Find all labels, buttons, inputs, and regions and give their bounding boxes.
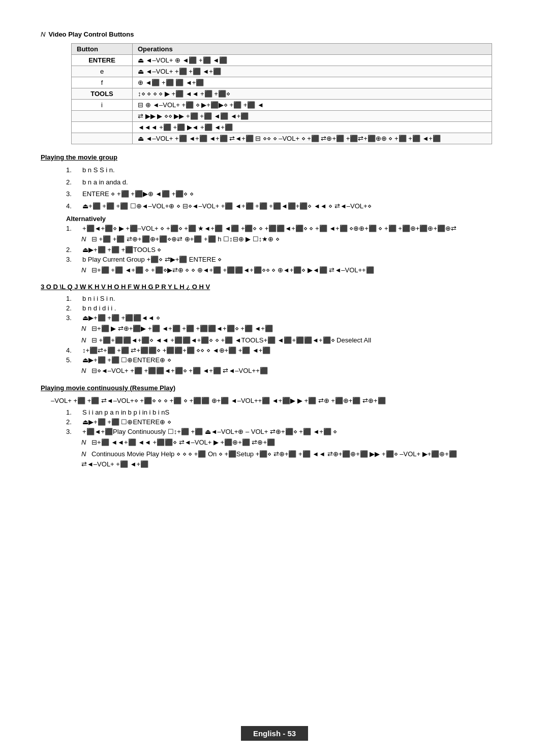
playing-group-list: 1.b n S S i n.2.b n a in anda d.3.ENTERE… xyxy=(66,165,508,211)
table-row: ◄◄◄ +⬛ +⬛ ▶◄ +⬛ ◄+⬛ xyxy=(72,122,492,133)
resume-intro: –VOL+ +⬛ +⬛ ⇄◄–VOL+⋄ +⬛⋄ ⋄ ⋄ +⬛ ⋄ +⬛⬛ ⊕+… xyxy=(51,396,508,406)
list-item: 3.ENTERE ⋄ +⬛ +⬛▶⊕ ◄⬛ +⬛⋄ ⋄ xyxy=(66,189,508,199)
page-content: N Video Play Control Buttons Button Oper… xyxy=(0,0,549,511)
note-line: N⊟ +⬛ +⬛ ⇄⊕+⬛⊕+⬛⋄⊕⇄ ⊕+⬛ +⬛ h ☐↕⊟⊕ ▶ ☐↕★⊕… xyxy=(81,234,508,244)
list-item: 2.b n a in anda d. xyxy=(66,177,508,187)
list-item: 1.S i i an p a n in b p i in i b i nS xyxy=(66,408,508,416)
list-item: 2.⏏▶+⬛ +⬛ ☐⊕ENTERE⊕ ⋄ xyxy=(66,418,508,426)
table-row: TOOLS↕⋄ ⋄ ⋄ ⋄ ▶ +⬛ ◄◄ +⬛ +⬛⋄ xyxy=(72,88,492,100)
selected-list: 1.b n i i S i n.2.b n d i d i i .3.⏏▶+⬛ … xyxy=(41,295,508,376)
table-row: ⏏ ◄–VOL+ +⬛ ◄+⬛ ◄+⬛ ⇄◄+⬛ ⊟ ⋄⋄ ⋄ –VOL+ ⋄ … xyxy=(72,133,492,144)
list-item: 4.⏏+⬛ +⬛ +⬛ ☐⊕◄–VOL+⊕ ⋄ ⊟⋄◄–VOL+ +⬛ ◄+⬛ … xyxy=(66,201,508,211)
note-line: N⊟ +⬛+⬛⬛◄+⬛⋄ ◄◄ +⬛⬛◄+⬛⋄ ⋄ +⬛ ◄TOOLS+⬛ ◄⬛… xyxy=(81,335,508,345)
list-item: 3. b Play Current Group +⬛⋄ ⇄▶+⬛ ENTERE … xyxy=(66,256,508,263)
note-line: N⊟+⬛ ◄◄+⬛ ◄◄ +⬛⬛⋄ ⇄◄–VOL+ ▶ +⬛⊕+⬛ ⇄⊕+⬛ xyxy=(81,437,508,448)
note-line: NContinuous Movie Play Help ⋄ ⋄ ⋄ +⬛ On … xyxy=(81,449,508,459)
control-table: Button Operations ENTERE⏏ ◄–VOL+ ⊕ ◄⬛ +⬛… xyxy=(71,43,492,144)
resume-list: 1.S i i an p a n in b p i in i b i nS2.⏏… xyxy=(41,408,508,468)
list-item: ⇄◄–VOL+ +⬛ ◄+⬛ xyxy=(81,460,508,468)
table-row: ⇄ ▶▶ ▶ ⋄⋄ ▶▶ +⬛ +⬛ ◄⬛ ◄+⬛ xyxy=(72,111,492,122)
note-line: N⊟+⬛ ▶ ⇄⊕+⬛▶ +⬛ ◄+⬛ +⬛ +⬛⬛◄+⬛⋄ +⬛ ◄+⬛ xyxy=(81,324,508,334)
list-item: 1.+⬛◄+⬛⋄ ▶ +⬛–VOL+ ⋄ +⬛⋄ +⬛ ★◄+⬛ ◄⬛ +⬛⋄ … xyxy=(66,225,508,232)
list-item: 5.⏏▶+⬛ +⬛ ☐⊕ENTERE⊕ ⋄ xyxy=(66,356,508,364)
table-row: f⊕ ◄⬛ +⬛ ⬛ ◄+⬛ xyxy=(72,77,492,88)
list-item: 4.↕+⬛⇄+⬛ +⬛ ⇄+⬛⬛⋄ +⬛⬛+⬛ ⋄⋄ ⋄ ◄⊕+⬛ +⬛ ◄+⬛ xyxy=(66,346,508,354)
list-item: 3.+⬛◄+⬛Play Continuously ☐↕+⬛ +⬛ ⏏◄–VOL+… xyxy=(66,428,508,435)
list-item: 1.b n S S i n. xyxy=(66,165,508,175)
table-row: i⊟ ⊕ ◄–VOL+ +⬛ ⋄ ▶+⬛▶⋄ +⬛ +⬛ ◄ xyxy=(72,100,492,111)
list-item: 1.b n i i S i n. xyxy=(66,295,508,302)
section3-heading: 3 O D \L Q J W K H V H O H F W H G P R Y… xyxy=(41,283,508,291)
list-item: 2.⏏▶+⬛ +⬛ +⬛TOOLS ⋄ xyxy=(66,246,508,254)
table-row: e⏏ ◄–VOL+ +⬛ +⬛ ◄+⬛ xyxy=(72,66,492,77)
table-header-operations: Operations xyxy=(133,44,492,55)
table-row: ENTERE⏏ ◄–VOL+ ⊕ ◄⬛ +⬛ ◄⬛ xyxy=(72,55,492,66)
section4-heading: Playing movie continuously (Resume Play) xyxy=(41,384,508,392)
alt-list: 1.+⬛◄+⬛⋄ ▶ +⬛–VOL+ ⋄ +⬛⋄ +⬛ ★◄+⬛ ◄⬛ +⬛⋄ … xyxy=(41,225,508,275)
note-line: N⊟⋄◄–VOL+ +⬛ +⬛⬛◄+⬛⋄ +⬛ ◄+⬛ ⇄◄–VOL++⬛ xyxy=(81,366,508,376)
list-item: 2.b n d i d i i . xyxy=(66,304,508,312)
alt-label: Alternatively xyxy=(66,215,508,223)
section-n-label: N Video Play Control Buttons xyxy=(41,30,508,41)
n-char: N xyxy=(41,30,45,38)
footer-badge: English - 53 xyxy=(241,726,308,741)
list-item: 3.⏏▶+⬛ +⬛ +⬛⬛◄◄ ⋄ xyxy=(66,314,508,322)
section1-title: Video Play Control Buttons xyxy=(48,30,134,38)
table-header-button: Button xyxy=(72,44,133,55)
section2-heading: Playing the movie group xyxy=(41,153,508,161)
footer: English - 53 xyxy=(0,726,549,741)
note-line: N⊟+⬛ +⬛ ◄+⬛ ⋄ +⬛⋄▶⇄⊕ ⋄ ⋄ ⊕◄+⬛ +⬛⬛◄+⬛⋄⋄ ⋄… xyxy=(81,265,508,275)
